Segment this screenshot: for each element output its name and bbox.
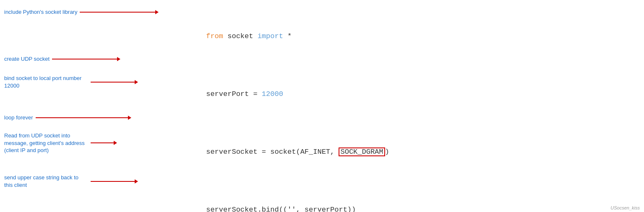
arrow-line — [91, 142, 114, 143]
arrow-head — [117, 57, 120, 61]
kw-from: from — [206, 32, 223, 40]
code-panel: from socket import * serverPort = 12000 … — [176, 4, 644, 208]
sock-dgram-boxed: SOCK_DGRAM — [339, 147, 385, 156]
watermark: USocsen_kiss — [610, 205, 640, 210]
arrow-line — [91, 181, 135, 182]
arrow-line — [52, 59, 117, 59]
main-container: include Python's socket library create U… — [0, 0, 644, 212]
annotation-arrow-send-upper — [91, 179, 138, 184]
kw-import: import — [258, 32, 283, 40]
annotation-text-send-upper: send upper case string back to this clie… — [4, 174, 88, 189]
annotation-text-loop: loop forever — [4, 114, 33, 122]
arrow-line — [36, 117, 128, 118]
arrow-head — [114, 141, 117, 145]
code-line-2: serverPort = 12000 — [180, 65, 636, 123]
arrow-head — [135, 80, 138, 84]
code-plain: serverSocket.bind(('', serverPort)) — [206, 206, 356, 212]
arrow-head — [128, 116, 131, 120]
num-12000: 12000 — [262, 90, 283, 98]
arrow-line — [91, 82, 135, 83]
annotation-read-udp: Read from UDP socket into message, getti… — [4, 132, 117, 154]
annotation-create-udp: create UDP socket — [4, 55, 120, 63]
annotation-arrow-include — [80, 10, 159, 14]
code-plain: serverPort = — [206, 90, 262, 98]
annotations-panel: include Python's socket library create U… — [0, 4, 176, 208]
code-line-1: from socket import * — [180, 8, 636, 65]
code-plain: serverSocket = socket(AF_INET, — [206, 148, 339, 156]
annotation-arrow-read-udp — [91, 141, 117, 145]
arrow-head — [155, 10, 159, 14]
code-line-4: serverSocket.bind(('', serverPort)) — [180, 181, 636, 212]
annotation-send-upper: send upper case string back to this clie… — [4, 174, 138, 189]
annotation-text-create-udp: create UDP socket — [4, 55, 50, 63]
annotation-include-socket: include Python's socket library — [4, 8, 159, 16]
arrow-head — [135, 179, 138, 184]
code-plain: ) — [385, 148, 389, 156]
annotation-arrow-loop — [36, 116, 131, 120]
annotation-text-read-udp: Read from UDP socket into message, getti… — [4, 132, 88, 154]
code-plain: socket — [223, 32, 258, 40]
code-plain: * — [283, 32, 292, 40]
annotation-arrow-bind — [91, 80, 138, 84]
annotation-text-include: include Python's socket library — [4, 8, 77, 16]
annotation-bind-socket: bind socket to local port number 12000 — [4, 75, 138, 89]
annotation-text-bind: bind socket to local port number 12000 — [4, 75, 88, 89]
annotation-loop-forever: loop forever — [4, 114, 131, 122]
code-line-3: serverSocket = socket(AF_INET, SOCK_DGRA… — [180, 123, 636, 181]
arrow-line — [80, 12, 155, 13]
annotation-arrow-create-udp — [52, 57, 120, 61]
